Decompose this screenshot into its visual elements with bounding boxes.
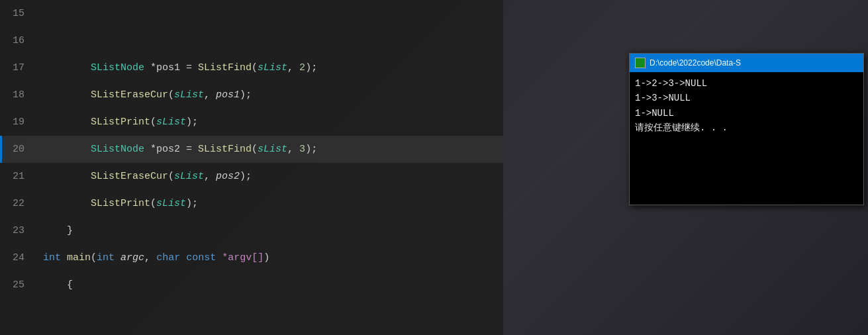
code-token [43, 171, 91, 182]
code-token: sList [174, 89, 204, 101]
code-token: ); [305, 62, 317, 73]
code-token: ( [91, 252, 97, 263]
code-token: 3 [299, 144, 305, 155]
terminal-title: D:\code\2022code\Data-S [650, 58, 741, 68]
code-line-16: 16 [0, 27, 503, 54]
code-token: , [204, 171, 216, 182]
code-token: sList [258, 62, 287, 73]
code-token: , [144, 252, 156, 263]
code-token: ( [252, 144, 258, 155]
code-token: int [97, 252, 115, 263]
line-content: SListEraseCur(sList, pos2); [35, 163, 252, 190]
line-number: 22 [2, 198, 35, 209]
line-number: 17 [2, 62, 35, 73]
code-line-25: 25 { [0, 271, 503, 299]
line-content: SListNode *pos2 = SListFind(sList, 3); [35, 136, 317, 163]
code-token [180, 252, 186, 263]
line-number: 24 [2, 252, 35, 263]
code-token: sList [156, 117, 186, 128]
line-number: 16 [2, 35, 35, 46]
code-token: , [204, 89, 216, 101]
line-number: 15 [2, 8, 35, 19]
code-editor: 15 16 17 SListNode *pos1 = SListFind(sLi… [0, 0, 503, 335]
code-token: int [43, 252, 61, 263]
code-line-20: 20 SListNode *pos2 = SListFind(sList, 3)… [0, 136, 503, 163]
code-token: sList [258, 144, 287, 155]
code-token: ( [150, 198, 156, 209]
terminal-line: 1->2->3->NULL [635, 76, 858, 91]
code-token: pos2 [216, 171, 240, 182]
code-token: ); [240, 89, 252, 101]
code-token [43, 89, 91, 101]
code-token: sList [156, 198, 186, 209]
code-token [115, 252, 121, 263]
line-number: 20 [2, 144, 35, 155]
code-token [61, 252, 67, 263]
code-token: pos1 [216, 89, 240, 101]
code-line-15: 15 [0, 0, 503, 27]
code-token: const [186, 252, 216, 263]
code-token: SListEraseCur [91, 89, 168, 101]
code-token: ( [168, 89, 174, 101]
code-token: ( [252, 62, 258, 73]
code-token: SListPrint [91, 198, 150, 209]
code-token: } [67, 225, 73, 236]
code-token: SListPrint [91, 117, 150, 128]
terminal-line: 请按任意键继续. . . [635, 120, 858, 135]
code-token: ); [240, 171, 252, 182]
code-token: SListNode [91, 62, 144, 73]
code-token: *argv[] [222, 252, 264, 263]
line-content: { [35, 271, 73, 299]
line-content: SListEraseCur(sList, pos1); [35, 81, 252, 109]
code-token: argc [121, 252, 144, 263]
code-token: ) [264, 252, 269, 263]
line-number: 18 [2, 89, 35, 101]
code-token: ( [168, 171, 174, 182]
code-token: ); [305, 144, 317, 155]
line-number: 21 [2, 171, 35, 182]
code-token [43, 279, 67, 291]
terminal-icon [635, 58, 646, 68]
code-line-19: 19 SListPrint(sList); [0, 109, 503, 136]
code-line-17: 17 SListNode *pos1 = SListFind(sList, 2)… [0, 54, 503, 81]
terminal-line: 1->NULL [635, 106, 858, 120]
line-content: SListPrint(sList); [35, 190, 198, 217]
code-token [216, 252, 222, 263]
code-token: ( [150, 117, 156, 128]
code-token [43, 117, 91, 128]
code-token: SListEraseCur [91, 171, 168, 182]
code-token: main [67, 252, 91, 263]
line-number: 23 [2, 225, 35, 236]
line-content [35, 0, 91, 27]
terminal-line: 1->3->NULL [635, 91, 858, 105]
code-token: sList [174, 171, 204, 182]
code-token [43, 225, 67, 236]
code-line-24: 24int main(int argc, char const *argv[]) [0, 244, 503, 271]
code-token: { [67, 279, 73, 291]
line-content: } [35, 217, 73, 244]
line-content: SListNode *pos1 = SListFind(sList, 2); [35, 54, 317, 81]
code-token: SListNode [91, 144, 144, 155]
code-token: ); [186, 117, 198, 128]
code-line-18: 18 SListEraseCur(sList, pos1); [0, 81, 503, 109]
code-token [43, 144, 91, 155]
code-token: *pos1 = [144, 62, 198, 73]
code-token [43, 62, 91, 73]
line-content: SListPrint(sList); [35, 109, 198, 136]
line-number: 19 [2, 117, 35, 128]
terminal-window: D:\code\2022code\Data-S 1->2->3->NULL1->… [629, 53, 864, 205]
code-token: 2 [299, 62, 305, 73]
code-token: ); [186, 198, 198, 209]
line-content: int main(int argc, char const *argv[]) [35, 244, 269, 271]
terminal-body: 1->2->3->NULL1->3->NULL1->NULL请按任意键继续. .… [630, 72, 863, 205]
code-token: , [287, 62, 299, 73]
code-token: SListFind [198, 62, 252, 73]
code-token: , [287, 144, 299, 155]
code-line-21: 21 SListEraseCur(sList, pos2); [0, 163, 503, 190]
code-token: char [156, 252, 180, 263]
code-token: SListFind [198, 144, 252, 155]
line-content [35, 27, 91, 54]
code-line-23: 23 } [0, 217, 503, 244]
code-token [43, 198, 91, 209]
terminal-titlebar: D:\code\2022code\Data-S [630, 54, 863, 72]
